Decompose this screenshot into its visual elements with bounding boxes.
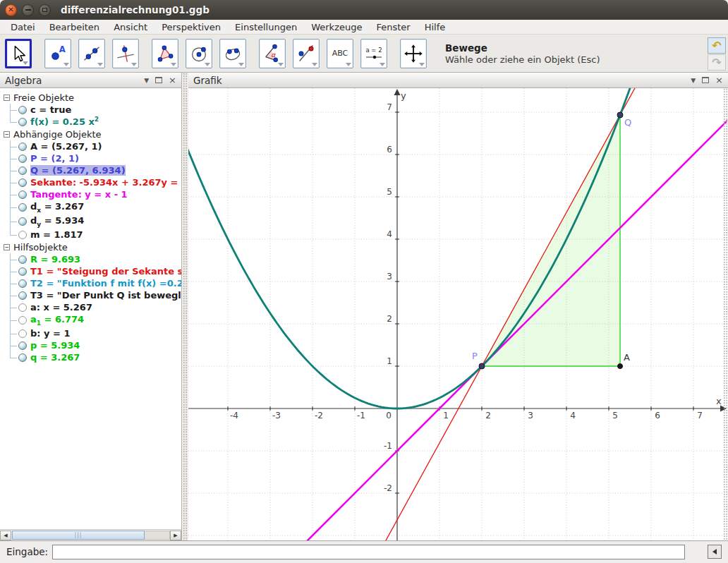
point-A[interactable]: [618, 364, 623, 369]
resize-gutter[interactable]: [723, 88, 728, 540]
visibility-marble-icon[interactable]: [18, 190, 27, 199]
algebra-item-p[interactable]: p = 5.934: [30, 340, 80, 351]
tool-dropdown-icon[interactable]: [312, 63, 317, 66]
scroll-left-icon[interactable]: ◀: [0, 531, 11, 540]
minimize-window-icon[interactable]: [22, 4, 34, 16]
tool-circle-button[interactable]: [186, 39, 212, 68]
algebra-item-A[interactable]: A = (5.267, 1): [30, 141, 102, 152]
tool-dropdown-icon[interactable]: [171, 63, 176, 66]
panel-menu-icon[interactable]: ▼: [144, 77, 149, 84]
algebra-item-b[interactable]: b: y = 1: [30, 328, 71, 339]
visibility-marble-icon[interactable]: [18, 203, 27, 212]
algebra-item-a[interactable]: a: x = 5.267: [30, 302, 92, 313]
undo-button[interactable]: ↶: [708, 37, 726, 54]
input-help-button[interactable]: [708, 545, 722, 559]
panel-detach-icon[interactable]: [702, 77, 709, 83]
panel-menu-icon[interactable]: ▼: [691, 77, 696, 84]
algebra-horizontal-scrollbar[interactable]: ◀ ||| ▶: [0, 529, 181, 540]
tool-point-button[interactable]: A: [44, 39, 71, 68]
tool-move-button[interactable]: [5, 39, 32, 68]
scroll-right-icon[interactable]: ▶: [170, 531, 181, 540]
panel-close-icon[interactable]: ×: [169, 75, 176, 85]
algebra-item-P[interactable]: P = (2, 1): [30, 153, 79, 164]
algebra-item-m[interactable]: m = 1.817: [30, 229, 83, 240]
tool-slider-button[interactable]: a = 2: [360, 39, 387, 68]
visibility-marble-icon[interactable]: [18, 106, 27, 114]
algebra-item-T1[interactable]: T1 = "Steigung der Sekante s: 1.817: [30, 266, 181, 277]
visibility-marble-icon[interactable]: [18, 155, 27, 163]
algebra-item-Q[interactable]: Q = (5.267, 6.934): [30, 165, 126, 176]
visibility-marble-icon[interactable]: [18, 353, 27, 362]
tool-perpendicular-button[interactable]: [112, 39, 139, 68]
algebra-item-tangente[interactable]: Tangente: y = x - 1: [30, 189, 128, 200]
tool-text-button[interactable]: ABC: [327, 39, 353, 68]
tool-dropdown-icon[interactable]: [131, 63, 137, 66]
maximize-window-icon[interactable]: [39, 4, 51, 16]
visibility-marble-icon[interactable]: [18, 291, 27, 300]
algebra-item-c[interactable]: c = true: [30, 104, 71, 115]
algebra-item-q[interactable]: q = 3.267: [30, 352, 80, 363]
menu-item-perspektiven[interactable]: Perspektiven: [154, 22, 228, 32]
menu-item-werkzeuge[interactable]: Werkzeuge: [304, 22, 369, 32]
visibility-marble-icon[interactable]: [18, 231, 27, 239]
algebra-input[interactable]: [52, 545, 685, 559]
visibility-marble-icon[interactable]: [18, 255, 27, 264]
panel-detach-icon[interactable]: [155, 77, 162, 83]
tool-polygon-button[interactable]: [152, 39, 178, 68]
scrollbar-thumb[interactable]: |||: [12, 531, 145, 540]
tool-dropdown-icon[interactable]: [238, 63, 244, 66]
visibility-marble-icon[interactable]: [18, 316, 27, 325]
menu-item-datei[interactable]: Datei: [4, 22, 42, 32]
algebra-item-a1[interactable]: a1 = 6.774: [30, 314, 84, 327]
redo-button[interactable]: ↷: [708, 54, 726, 71]
menu-item-ansicht[interactable]: Ansicht: [107, 22, 154, 32]
tool-reflect-button[interactable]: [293, 39, 320, 68]
point-P[interactable]: [479, 363, 485, 369]
visibility-marble-icon[interactable]: [18, 303, 27, 312]
close-window-icon[interactable]: ✕: [5, 4, 17, 16]
visibility-marble-icon[interactable]: [18, 279, 27, 288]
menu-item-bearbeiten[interactable]: Bearbeiten: [42, 22, 107, 32]
collapse-icon[interactable]: −: [4, 95, 10, 101]
visibility-marble-icon[interactable]: [18, 178, 27, 187]
algebra-item-f[interactable]: f(x) = 0.25 x2: [30, 116, 99, 127]
menu-item-fenster[interactable]: Fenster: [369, 22, 417, 32]
point-Q[interactable]: [617, 112, 623, 118]
visibility-marble-icon[interactable]: [18, 143, 27, 151]
tool-dropdown-icon[interactable]: [380, 63, 385, 66]
visibility-marble-icon[interactable]: [18, 341, 27, 350]
visibility-marble-icon[interactable]: [18, 329, 27, 338]
tool-line-button[interactable]: [78, 39, 105, 68]
visibility-marble-icon[interactable]: [18, 167, 27, 175]
visibility-marble-icon[interactable]: [18, 118, 27, 126]
algebra-item-sekante[interactable]: Sekante: -5.934x + 3.267y = -8.601: [30, 177, 181, 188]
menu-item-einstellungen[interactable]: Einstellungen: [228, 22, 304, 32]
tool-dropdown-icon[interactable]: [23, 61, 28, 65]
tool-dropdown-icon[interactable]: [346, 63, 351, 66]
window-title: differenzialrechnung01.ggb: [61, 4, 210, 16]
tool-dropdown-icon[interactable]: [63, 63, 69, 66]
visibility-marble-icon[interactable]: [18, 217, 27, 226]
algebra-item-T3[interactable]: T3 = "Der Punkt Q ist beweglich.: [30, 290, 181, 301]
visibility-marble-icon[interactable]: [18, 267, 27, 276]
tool-angle-button[interactable]: α: [259, 39, 286, 68]
algebra-item-dx[interactable]: dx = 3.267: [30, 201, 84, 214]
scrollbar-track[interactable]: [145, 531, 170, 540]
collapse-icon[interactable]: −: [4, 131, 10, 138]
algebra-item-dy[interactable]: dy = 5.934: [30, 215, 84, 228]
tool-dropdown-icon[interactable]: [205, 63, 210, 66]
tool-move-view-button[interactable]: [400, 39, 427, 68]
algebra-item-T2[interactable]: T2 = "Funktion f mit f(x) =0.25x²: [30, 278, 181, 289]
tool-dropdown-icon[interactable]: [278, 63, 284, 66]
graphics-view[interactable]: -4-3-2-112345677654321-1-20xyPQA: [188, 88, 728, 540]
tool-ellipse-button[interactable]: [219, 39, 246, 68]
menu-item-hilfe[interactable]: Hilfe: [418, 22, 453, 32]
x-tick-label: -1: [357, 411, 365, 420]
algebra-item-R[interactable]: R = 9.693: [30, 254, 80, 265]
text-tool-icon: ABC: [332, 49, 348, 58]
collapse-icon[interactable]: −: [4, 244, 10, 250]
panel-splitter[interactable]: [182, 73, 188, 540]
tool-dropdown-icon[interactable]: [419, 63, 425, 66]
tool-dropdown-icon[interactable]: [97, 63, 103, 66]
panel-close-icon[interactable]: ×: [715, 75, 723, 85]
